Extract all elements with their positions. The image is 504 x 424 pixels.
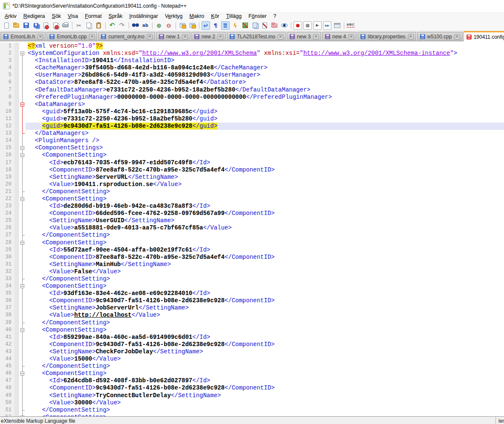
bookmark-margin[interactable] — [14, 152, 19, 159]
macro-record-icon[interactable]: ● — [294, 21, 302, 30]
tab-new-3[interactable]: new 3✕ — [287, 32, 321, 41]
find-icon[interactable] — [131, 21, 140, 30]
paste-icon[interactable] — [94, 21, 103, 30]
code-line-10[interactable]: 10 <guid>5ff13a0b-575f-4c74-bc16-c129183… — [0, 108, 504, 115]
code-line-6[interactable]: 6 <DataStore>87ee8af8-522c-470b-a95e-325… — [0, 79, 504, 86]
code-line-22[interactable]: 22 <ComponentSetting> — [0, 195, 504, 203]
macro-run-multiple-icon[interactable]: ▸▸ — [323, 21, 331, 30]
tab-close-icon[interactable]: ✕ — [147, 34, 153, 40]
macro-trigger-icon[interactable] — [333, 21, 341, 30]
bookmark-margin[interactable] — [14, 407, 19, 414]
code-line-26[interactable]: 26 <Value>a5518881-0de9-4013-aa75-c7bf66… — [0, 224, 504, 232]
code-line-42[interactable]: 42 <ComponentID>9c9430d7-fa51-4126-b08e-… — [0, 341, 504, 348]
menu-item-format[interactable]: Format — [81, 13, 105, 20]
bookmark-margin[interactable] — [14, 363, 19, 370]
bookmark-margin[interactable] — [14, 297, 19, 304]
save-all-icon[interactable] — [32, 21, 40, 30]
tab-w5100-cpp[interactable]: w5100.cpp✕ — [417, 32, 463, 41]
open-file-icon[interactable] — [12, 21, 20, 30]
bookmark-margin[interactable] — [14, 304, 19, 312]
menu-item-instllningar[interactable]: Inställningar — [126, 13, 161, 20]
code-line-18[interactable]: 18 <ComponentID>87ee8af8-522c-470b-a95e-… — [0, 166, 504, 174]
code-line-31[interactable]: 31 <SettingName>MainHub</SettingName> — [0, 261, 504, 268]
bookmark-margin[interactable] — [14, 43, 19, 50]
code-line-36[interactable]: 36 <ComponentID>9c9430d7-fa51-4126-b08e-… — [0, 297, 504, 304]
tab-new-2[interactable]: new 2✕ — [191, 32, 226, 41]
code-line-9[interactable]: 9 <DataManagers> — [0, 101, 504, 108]
code-line-16[interactable]: 16 <ComponentSetting> — [0, 152, 504, 159]
bookmark-margin[interactable] — [14, 399, 19, 407]
bookmark-margin[interactable] — [14, 72, 19, 79]
code-line-43[interactable]: 43 <SettingName>CheckForJobDelay</Settin… — [0, 348, 504, 355]
tab-library-properties[interactable]: library.properties✕ — [357, 32, 416, 41]
fold-collapse-icon[interactable] — [19, 239, 26, 246]
fold-collapse-icon[interactable] — [19, 101, 26, 108]
close-all-icon[interactable] — [51, 21, 60, 30]
bookmark-margin[interactable] — [14, 64, 19, 72]
fold-collapse-icon[interactable] — [19, 144, 26, 152]
code-line-19[interactable]: 19 <SettingName>ServerURL</SettingName> — [0, 174, 504, 181]
bookmark-margin[interactable] — [14, 195, 19, 203]
code-line-39[interactable]: 39 </ComponentSetting> — [0, 319, 504, 327]
print-icon[interactable] — [61, 21, 69, 30]
bookmark-margin[interactable] — [14, 327, 19, 334]
bookmark-margin[interactable] — [14, 283, 19, 290]
code-line-14[interactable]: 14 <PluginManagers /> — [0, 137, 504, 144]
code-line-21[interactable]: 21 </ComponentSetting> — [0, 188, 504, 195]
code-line-34[interactable]: 34 <ComponentSetting> — [0, 283, 504, 290]
bookmark-margin[interactable] — [14, 79, 19, 86]
undo-icon[interactable]: ↶ — [108, 21, 116, 30]
code-line-27[interactable]: 27 </ComponentSetting> — [0, 232, 504, 239]
document-map-icon[interactable] — [241, 21, 249, 30]
code-line-30[interactable]: 30 <ComponentID>87ee8af8-522c-470b-a95e-… — [0, 254, 504, 261]
menu-item-sk[interactable]: Sök — [49, 13, 65, 20]
bookmark-margin[interactable] — [14, 210, 19, 217]
menu-item-fnster[interactable]: Fönster — [245, 13, 270, 20]
copy-icon[interactable] — [84, 21, 93, 30]
tab-tla2518test-ino[interactable]: TLA2518Test.ino✕ — [227, 32, 286, 41]
menu-item-sprk[interactable]: Språk — [105, 13, 126, 20]
indent-guide-icon[interactable]: ≣ — [221, 21, 230, 30]
code-line-35[interactable]: 35 <Id>93df163e-83e4-462c-ae08-e69c92284… — [0, 290, 504, 297]
bookmark-margin[interactable] — [14, 86, 19, 94]
code-line-7[interactable]: 7 <DefaultDataManager>e7331c72-2250-4236… — [0, 86, 504, 94]
code-line-37[interactable]: 37 <SettingName>JobServerUrl</SettingNam… — [0, 304, 504, 312]
bookmark-margin[interactable] — [14, 341, 19, 348]
bookmark-margin[interactable] — [14, 334, 19, 341]
code-line-49[interactable]: 49 <SettingName>TryConnectButlerDelay</S… — [0, 392, 504, 399]
tab-new-4[interactable]: new 4✕ — [322, 32, 357, 41]
macro-stop-icon[interactable]: ■ — [303, 21, 312, 30]
bookmark-margin[interactable] — [14, 239, 19, 246]
zoom-in-icon[interactable]: ⊕ — [155, 21, 163, 30]
code-line-20[interactable]: 20 <Value>190411.rsproduction.se</Value> — [0, 181, 504, 188]
tab-close-icon[interactable]: ✕ — [348, 34, 354, 40]
bookmark-margin[interactable] — [14, 384, 19, 392]
zoom-out-icon[interactable]: ⊖ — [164, 21, 173, 30]
bookmark-margin[interactable] — [14, 188, 19, 195]
bookmark-margin[interactable] — [14, 137, 19, 144]
fold-collapse-icon[interactable] — [19, 283, 26, 290]
code-line-25[interactable]: 25 <SettingName>UserGUID</SettingName> — [0, 217, 504, 224]
code-line-51[interactable]: 51 </ComponentSetting> — [0, 407, 504, 414]
editor-text-area[interactable]: 1<?xml version="1.0"?>2<SystemConfigurat… — [0, 41, 504, 416]
redo-icon[interactable]: ↷ — [118, 21, 126, 30]
bookmark-margin[interactable] — [14, 377, 19, 384]
bookmark-margin[interactable] — [14, 203, 19, 210]
bookmark-margin[interactable] — [14, 254, 19, 261]
function-list-icon[interactable]: ϟ — [231, 21, 239, 30]
code-line-28[interactable]: 28 <ComponentSetting> — [0, 239, 504, 246]
bookmark-margin[interactable] — [14, 392, 19, 399]
menu-item-makro[interactable]: Makro — [186, 13, 208, 20]
bookmark-margin[interactable] — [14, 130, 19, 137]
fold-collapse-icon[interactable] — [19, 50, 26, 57]
bookmark-margin[interactable] — [14, 101, 19, 108]
fold-collapse-icon[interactable] — [19, 327, 26, 334]
tab-emonlib-h[interactable]: EmonLib.h✕ — [0, 32, 46, 41]
tab-close-icon[interactable]: ✕ — [278, 34, 283, 40]
code-line-12[interactable]: 12 <guid>9c9430d7-fa51-4126-b08e-2d6238e… — [0, 123, 504, 130]
menu-item-verktyg[interactable]: Verktyg — [161, 13, 186, 20]
word-wrap-icon[interactable]: ↵ — [202, 21, 210, 30]
bookmark-margin[interactable] — [14, 268, 19, 275]
bookmark-margin[interactable] — [14, 224, 19, 232]
fold-collapse-icon[interactable] — [19, 195, 26, 203]
